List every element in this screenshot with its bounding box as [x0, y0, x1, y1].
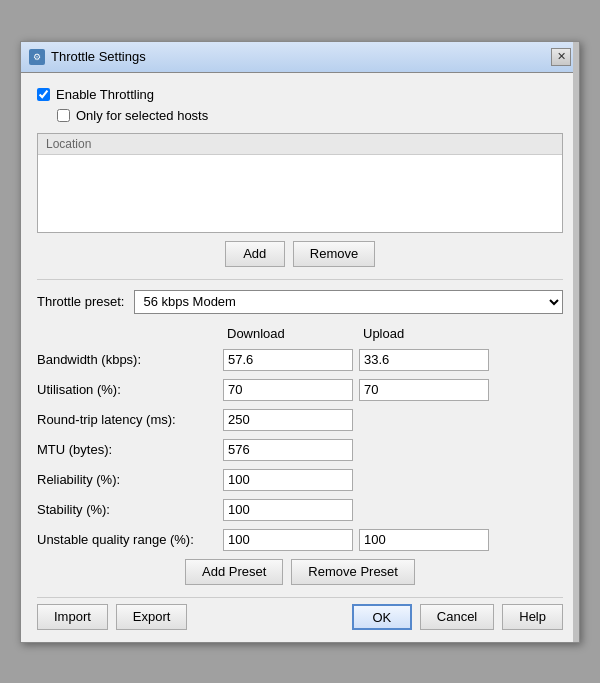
stability-input[interactable]	[223, 499, 353, 521]
close-button[interactable]: ✕	[551, 48, 571, 66]
remove-preset-button[interactable]: Remove Preset	[291, 559, 415, 585]
bandwidth-download-input[interactable]	[223, 349, 353, 371]
utilisation-row: Utilisation (%):	[37, 379, 563, 401]
throttle-settings-window: ⚙ Throttle Settings ✕ Enable Throttling …	[20, 41, 580, 643]
cancel-button[interactable]: Cancel	[420, 604, 494, 630]
location-body	[38, 155, 562, 225]
only-for-hosts-label[interactable]: Only for selected hosts	[76, 108, 208, 123]
ok-button[interactable]: OK	[352, 604, 412, 630]
bottom-right-buttons: OK Cancel Help	[352, 604, 563, 630]
remove-button[interactable]: Remove	[293, 241, 375, 267]
window-title: Throttle Settings	[51, 49, 146, 64]
preset-label: Throttle preset:	[37, 294, 124, 309]
add-button[interactable]: Add	[225, 241, 285, 267]
latency-row: Round-trip latency (ms):	[37, 409, 563, 431]
divider-1	[37, 279, 563, 280]
throttle-preset-select[interactable]: 56 kbps Modem ISDN DSL T1 Custom	[134, 290, 563, 314]
add-remove-row: Add Remove	[37, 241, 563, 267]
bandwidth-row: Bandwidth (kbps):	[37, 349, 563, 371]
preset-buttons-row: Add Preset Remove Preset	[37, 559, 563, 585]
mtu-label: MTU (bytes):	[37, 442, 217, 457]
unstable-quality-label: Unstable quality range (%):	[37, 532, 217, 547]
bandwidth-label: Bandwidth (kbps):	[37, 352, 217, 367]
preset-row: Throttle preset: 56 kbps Modem ISDN DSL …	[37, 290, 563, 314]
stability-label: Stability (%):	[37, 502, 217, 517]
import-button[interactable]: Import	[37, 604, 108, 630]
utilisation-label: Utilisation (%):	[37, 382, 217, 397]
title-bar: ⚙ Throttle Settings ✕	[21, 42, 579, 73]
utilisation-upload-input[interactable]	[359, 379, 489, 401]
stability-row: Stability (%):	[37, 499, 563, 521]
bandwidth-upload-input[interactable]	[359, 349, 489, 371]
enable-throttling-checkbox[interactable]	[37, 88, 50, 101]
bottom-left-buttons: Import Export	[37, 604, 187, 630]
add-preset-button[interactable]: Add Preset	[185, 559, 283, 585]
mtu-row: MTU (bytes):	[37, 439, 563, 461]
unstable-quality-download-input[interactable]	[223, 529, 353, 551]
bottom-buttons-row: Import Export OK Cancel Help	[37, 597, 563, 630]
latency-label: Round-trip latency (ms):	[37, 412, 217, 427]
upload-header: Upload	[359, 326, 489, 341]
enable-throttling-label[interactable]: Enable Throttling	[56, 87, 154, 102]
enable-throttling-row: Enable Throttling	[37, 87, 563, 102]
export-button[interactable]: Export	[116, 604, 188, 630]
unstable-quality-upload-input[interactable]	[359, 529, 489, 551]
utilisation-download-input[interactable]	[223, 379, 353, 401]
scrollbar	[573, 42, 579, 642]
unstable-quality-row: Unstable quality range (%):	[37, 529, 563, 551]
reliability-input[interactable]	[223, 469, 353, 491]
dialog-content: Enable Throttling Only for selected host…	[21, 73, 579, 642]
window-icon: ⚙	[29, 49, 45, 65]
only-for-hosts-checkbox[interactable]	[57, 109, 70, 122]
reliability-label: Reliability (%):	[37, 472, 217, 487]
location-table: Location	[37, 133, 563, 233]
latency-input[interactable]	[223, 409, 353, 431]
download-header: Download	[223, 326, 353, 341]
title-bar-left: ⚙ Throttle Settings	[29, 49, 146, 65]
mtu-input[interactable]	[223, 439, 353, 461]
fields-grid-header: Download Upload	[37, 326, 563, 341]
location-column-header: Location	[38, 134, 562, 155]
reliability-row: Reliability (%):	[37, 469, 563, 491]
help-button[interactable]: Help	[502, 604, 563, 630]
only-for-hosts-row: Only for selected hosts	[57, 108, 563, 123]
